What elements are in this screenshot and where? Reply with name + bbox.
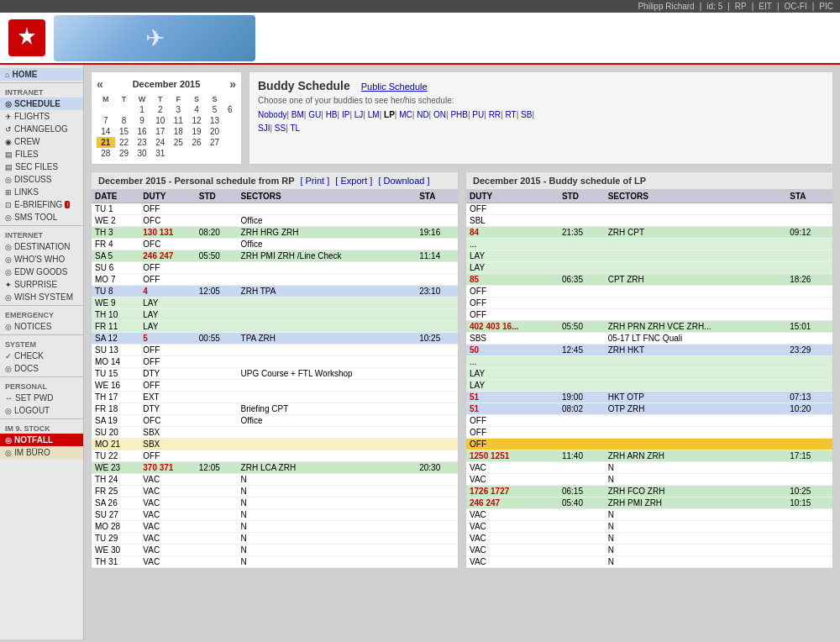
sidebar-item-links[interactable]: ⊞ LINKS [0,186,83,198]
calendar-day[interactable]: 14 [97,126,115,137]
calendar-day[interactable]: 20 [206,126,224,137]
calendar-day[interactable]: 13 [206,115,224,126]
sidebar-item-destination[interactable]: ◎ DESTINATION [0,240,83,253]
calendar-day[interactable]: 19 [187,126,206,137]
calendar-day[interactable]: 18 [170,126,188,137]
calendar-day[interactable]: 6 [223,104,236,115]
calendar-day[interactable]: 23 [133,137,151,148]
buddy-schedule-lp-table: DUTY STD SECTORS STA OFFSBL8421:35ZRH CP… [466,190,832,568]
buddy-row-sectors [605,380,787,392]
calendar-day[interactable]: 27 [206,137,224,148]
buddy-row-sta: 07:13 [786,392,832,403]
sidebar-item-wish-system[interactable]: ◎ WISH SYSTEM [0,291,83,303]
calendar-prev[interactable]: « [97,77,103,91]
notfall-icon: ◎ [5,436,12,445]
buddy-name-rr[interactable]: RR [489,110,501,119]
calendar-day[interactable]: 31 [151,148,170,159]
sidebar-item-crew[interactable]: ◉ CREW [0,135,83,148]
buddy-name-ip[interactable]: IP [342,110,349,119]
sidebar-notices-label: NOTICES [14,322,51,331]
personal-schedule-download[interactable]: [ Download ] [378,176,429,186]
sidebar-item-surprise[interactable]: ✦ SURPRISE [0,278,83,291]
buddy-name-lm[interactable]: LM [368,110,380,119]
public-schedule-link[interactable]: Public Schedule [361,82,428,92]
calendar-day[interactable]: 3 [170,104,188,115]
buddy-name-mc[interactable]: MC [399,110,412,119]
calendar-day[interactable]: 29 [115,148,134,159]
calendar-day[interactable]: 12 [187,115,206,126]
sidebar-item-schedule[interactable]: ◎ SCHEDULE [0,97,83,110]
personal-schedule-print[interactable]: [ Print ] [300,176,329,186]
buddy-name-tl[interactable]: TL [290,124,300,133]
calendar-day[interactable]: 25 [170,137,188,148]
sidebar-item-sms-tool[interactable]: ◎ SMS TOOL [0,211,83,224]
buddy-name-lj[interactable]: LJ [354,110,364,119]
calendar-day[interactable]: 28 [97,148,115,159]
sidebar-item-changelog[interactable]: ↺ CHANGELOG [0,123,83,135]
buddy-name-phb[interactable]: PHB [450,110,468,119]
buddy-name-rt[interactable]: RT [505,110,516,119]
buddy-name-hb[interactable]: HB [326,110,338,119]
buddy-name-on[interactable]: ON [433,110,446,119]
personal-schedule-row: TU 29VACN [92,533,458,545]
sidebar-item-ebriefing[interactable]: ⊡ E-BRIEFING ! [0,198,83,211]
topbar-eit[interactable]: EIT [759,2,772,11]
schedule-icon: ◎ [5,100,12,108]
calendar-next[interactable]: » [229,77,236,91]
sidebar-item-im-buro[interactable]: ◎ IM BÜRO [0,446,83,459]
sidebar-item-discuss[interactable]: ◎ DISCUSS [0,173,83,186]
calendar-day[interactable]: 8 [115,115,134,126]
calendar-day[interactable]: 30 [133,148,151,159]
sidebar-item-edw-goods[interactable]: ◎ EDW GOODS [0,266,83,278]
topbar-pic[interactable]: PIC [819,2,833,11]
sidebar-item-set-pwd[interactable]: ↔ SET PWD [0,392,83,404]
calendar-day[interactable]: 26 [187,137,206,148]
sidebar-item-files[interactable]: ▤ FILES [0,148,83,160]
buddy-schedule-row: 8421:35ZRH CPT09:12 [466,227,832,239]
sidebar-item-whos-who[interactable]: ◎ WHO'S WHO [0,253,83,266]
calendar-day[interactable]: 11 [170,115,188,126]
buddy-row-sta: 09:12 [786,227,832,239]
sidebar-item-notfall[interactable]: ◎ NOTFALL [0,434,83,446]
buddy-name-bm[interactable]: BM [291,110,304,119]
sidebar-item-home[interactable]: ⌂ HOME [0,68,83,81]
sidebar-item-flights[interactable]: ✈ FLIGHTS [0,110,83,123]
calendar-day[interactable]: 4 [187,104,206,115]
row-sectors [238,321,417,333]
personal-schedule-export[interactable]: [ Export ] [335,176,372,186]
calendar-day[interactable]: 7 [97,115,115,126]
sidebar-item-notices[interactable]: ◎ NOTICES [0,320,83,333]
row-std: 12:05 [196,286,238,297]
calendar-day[interactable]: 10 [151,115,170,126]
calendar-day[interactable]: 16 [133,126,151,137]
sidebar-item-logout[interactable]: ◎ LOGOUT [0,404,83,417]
buddy-name-pu[interactable]: PU [472,110,484,119]
buddy-row-std: 05:40 [559,497,605,509]
topbar-rp[interactable]: RP [735,2,747,11]
buddy-name-sb[interactable]: SB [521,110,532,119]
calendar-day[interactable]: 2 [151,104,170,115]
buddy-name-nd[interactable]: ND [417,110,428,119]
buddy-row-std: 06:35 [559,274,605,286]
buddy-row-sectors: N [605,521,787,533]
calendar-day[interactable]: 1 [133,104,151,115]
calendar-day[interactable]: 22 [115,137,134,148]
calendar-day[interactable]: 9 [133,115,151,126]
cal-dow-m: M [97,94,115,104]
row-sta [416,356,458,368]
topbar-ocfi[interactable]: OC-FI [785,2,807,11]
buddy-name-sji[interactable]: SJI [258,124,270,133]
sidebar-item-check[interactable]: ✓ CHECK [0,350,83,362]
calendar-day[interactable]: 5 [206,104,224,115]
personal-schedule-row: WE 16OFF [92,380,458,392]
buddy-name-nobody[interactable]: Nobody [258,110,286,119]
buddy-name-gu[interactable]: GU [308,110,321,119]
calendar-day[interactable]: 21 [97,137,115,148]
buddy-row-std [559,239,605,250]
calendar-day[interactable]: 17 [151,126,170,137]
calendar-day[interactable]: 24 [151,137,170,148]
calendar-day[interactable]: 15 [115,126,134,137]
sidebar-item-docs[interactable]: ◎ DOCS [0,362,83,375]
buddy-name-ss[interactable]: SS [275,124,286,133]
sidebar-item-sec-files[interactable]: ▤ SEC FILES [0,160,83,173]
